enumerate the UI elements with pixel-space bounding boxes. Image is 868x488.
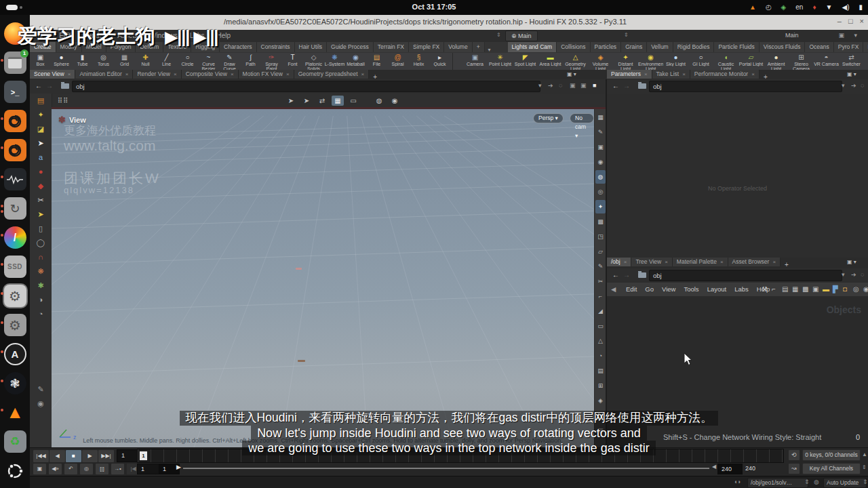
- display-toggle-icon[interactable]: ◎: [595, 185, 606, 199]
- node-link-icon[interactable]: ▣: [570, 82, 576, 89]
- scene-path-field[interactable]: obj: [72, 81, 540, 92]
- shelf-tool-area-light[interactable]: ▬Area Light: [538, 53, 563, 70]
- tab-close-icon[interactable]: ×: [720, 259, 724, 265]
- realtime-toggle-icon[interactable]: ◎: [79, 463, 94, 475]
- shelf-tool-path[interactable]: ∫Path: [240, 53, 261, 70]
- history-icon[interactable]: ◌: [559, 82, 562, 89]
- range-end-field-2[interactable]: 240: [742, 464, 766, 473]
- forward-icon[interactable]: →: [623, 82, 630, 89]
- range-slider-head[interactable]: ▶: [176, 464, 181, 470]
- tab-geometry-spreadsheet[interactable]: Geometry Spreadsheet×: [294, 70, 370, 79]
- dock-item-files[interactable]: 1: [0, 48, 30, 77]
- shelf-tool-metaball[interactable]: ◉Metaball: [345, 53, 366, 70]
- shelf-tool-point-light[interactable]: ✳Point Light: [488, 53, 513, 70]
- cut-tool-icon[interactable]: ✂: [30, 193, 52, 207]
- dock-item-app-a[interactable]: A: [0, 340, 30, 369]
- shelf-tool-gi-light[interactable]: ○GI Light: [688, 53, 713, 70]
- display-toggle-icon[interactable]: ▦: [595, 110, 606, 124]
- persp-view-menu[interactable]: Persp ▾: [533, 113, 564, 123]
- recent-node-field[interactable]: /obj/geo1/solv…: [747, 478, 808, 488]
- keyboard-layout-indicator[interactable]: en: [795, 2, 803, 13]
- key-all-channels-button[interactable]: Key All Channels: [802, 463, 861, 474]
- net-menu-go[interactable]: Go: [641, 283, 658, 293]
- grease-pencil-icon[interactable]: ✎: [30, 382, 52, 396]
- volume-tool-icon[interactable]: ▤: [30, 94, 52, 108]
- tab-performance-monitor[interactable]: Performance Monitor×: [690, 70, 760, 79]
- history-icon[interactable]: ◌: [861, 82, 864, 89]
- timer-tray-icon[interactable]: ◴: [766, 2, 772, 13]
- shelf-tab-guide-process[interactable]: Guide Process: [327, 42, 374, 52]
- shelf-tool-sphere[interactable]: ●Sphere: [51, 53, 72, 70]
- shelf-tab-collisions[interactable]: Collisions: [557, 42, 590, 52]
- collapse-icon[interactable]: ◀: [607, 283, 620, 293]
- tab-close-icon[interactable]: ×: [231, 71, 234, 77]
- pane-menu-icons-right[interactable]: ▣ ▾: [847, 71, 856, 77]
- display-toggle-icon[interactable]: ◳: [595, 230, 606, 243]
- back-icon[interactable]: ←: [612, 82, 619, 89]
- net-menu-view[interactable]: View: [658, 283, 679, 293]
- shelf-tab-terrain-fx[interactable]: Terrain FX: [374, 42, 409, 52]
- vlc-tray-icon[interactable]: ▲: [749, 2, 756, 13]
- dot-tool-icon[interactable]: ●: [30, 165, 52, 179]
- shelf-tool-spot-light[interactable]: ◤Spot Light: [513, 53, 538, 70]
- shade-mode-icon[interactable]: ◍: [373, 96, 385, 106]
- shelf-tab-fem[interactable]: FEM: [863, 42, 868, 52]
- magnet-tool-icon[interactable]: ∩: [30, 250, 52, 264]
- box-pack-icon[interactable]: ◘: [843, 285, 847, 293]
- minimize-button[interactable]: –: [837, 17, 842, 25]
- shelf-tool-draw-curve[interactable]: ✎Draw Curve: [219, 53, 240, 70]
- system-clock[interactable]: Oct 31 17:05: [0, 3, 868, 11]
- dock-item-settings[interactable]: ⚙: [0, 281, 30, 310]
- tab-close-icon[interactable]: ×: [682, 71, 686, 77]
- shelf-tool-vr-camera[interactable]: ◓VR Camera: [814, 53, 839, 70]
- gear-tool-icon[interactable]: ✱: [30, 279, 52, 293]
- net-menu-layout[interactable]: Layout: [703, 283, 731, 293]
- pane-menu-icons-network[interactable]: ▣ ▾: [847, 259, 856, 265]
- shelf-tab-oceans[interactable]: Oceans: [805, 42, 833, 52]
- display-toggle-icon[interactable]: ✎: [595, 125, 606, 139]
- shield-tray-icon[interactable]: ◈: [781, 2, 787, 13]
- dock-item-houdini-1[interactable]: [0, 106, 30, 136]
- shelf-tool-curve-bezier[interactable]: ~Curve Bezier: [198, 53, 219, 70]
- snap-grid-icon[interactable]: ▦: [332, 96, 344, 106]
- key-all-caret-icon[interactable]: ⇕: [862, 464, 867, 470]
- wire-style-icon[interactable]: ⌐: [772, 285, 776, 293]
- history-icon[interactable]: ◌: [861, 271, 864, 278]
- snapshot-icon[interactable]: ◉: [863, 285, 868, 293]
- find-icon[interactable]: ◎: [853, 285, 859, 293]
- tab-close-icon[interactable]: ×: [751, 71, 755, 77]
- path-caret-icon[interactable]: ▾: [842, 82, 845, 89]
- display-toggle-icon[interactable]: ▱: [595, 245, 606, 258]
- dock-item-audio-editor[interactable]: [0, 165, 30, 194]
- undo-icon[interactable]: ↶: [64, 463, 78, 475]
- net-menu-edit[interactable]: Edit: [622, 283, 641, 293]
- background-image-icon[interactable]: ▛: [833, 285, 838, 293]
- display-toggle-icon[interactable]: ▩: [595, 215, 606, 228]
- back-icon[interactable]: ←: [35, 82, 42, 89]
- shelf-tool-file[interactable]: ▤File: [366, 53, 387, 70]
- shelf-tool-switcher[interactable]: ⇄Switcher: [839, 53, 864, 70]
- display-toggle-icon[interactable]: ⊞: [595, 379, 606, 392]
- battery-icon[interactable]: ▮: [859, 2, 863, 13]
- display-toggle-icon[interactable]: ▭: [595, 319, 606, 333]
- shelf-tab-grains[interactable]: Grains: [621, 42, 647, 52]
- tab-close-icon[interactable]: ×: [624, 259, 627, 265]
- ring-tool-icon[interactable]: ◯: [30, 236, 52, 250]
- shelf-tool-font[interactable]: TFont: [282, 53, 303, 70]
- shelf-tool-volume-light[interactable]: ◈Volume Light: [588, 53, 613, 70]
- dock-item-ubuntu-apps[interactable]: [0, 456, 30, 485]
- tab-close-icon[interactable]: ×: [286, 71, 290, 77]
- shelf-tab-pyro-fx[interactable]: Pyro FX: [834, 42, 864, 52]
- camera-select-menu[interactable]: No cam ▾: [570, 113, 594, 123]
- shelf-tool-caustic-light[interactable]: ◖Caustic Light: [713, 53, 738, 70]
- shelf-tool-geometry-light[interactable]: △Geometry Light: [563, 53, 588, 70]
- shelf-tool-platonic-solids[interactable]: ◇Platonic Solids: [303, 53, 324, 70]
- shelf-tab-particle-fluids[interactable]: Particle Fluids: [714, 42, 759, 52]
- close-button[interactable]: ×: [860, 17, 864, 25]
- quarter-tool-icon[interactable]: ◔: [30, 307, 52, 321]
- dock-item-trash[interactable]: ♻: [0, 427, 30, 456]
- recorder-tray-icon[interactable]: ♦: [812, 2, 816, 13]
- pane-menu-icons[interactable]: ▣ ▾: [567, 71, 576, 77]
- tab-close-icon[interactable]: ×: [644, 71, 648, 77]
- dock-item-terminal[interactable]: >_: [0, 77, 30, 106]
